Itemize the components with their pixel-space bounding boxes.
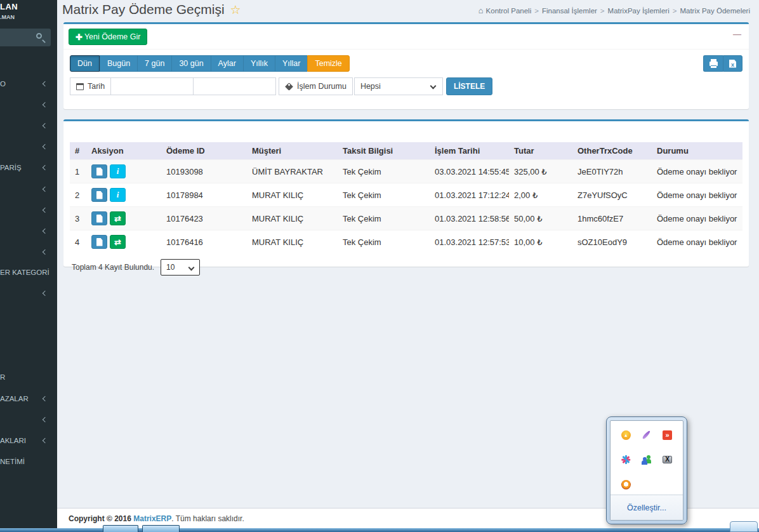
orange-update-tray-icon[interactable]: ▲	[621, 430, 631, 440]
show-hidden-icons-button[interactable]	[730, 521, 758, 532]
info-action-button[interactable]: i	[110, 188, 126, 202]
actions-cell: ⇄	[86, 207, 161, 230]
cell-tutar: 325,00 ₺	[509, 160, 572, 183]
orange-ring-tray-icon[interactable]	[621, 479, 631, 489]
column-header: Aksiyon	[86, 142, 161, 160]
monitor-error-tray-icon[interactable]: X	[663, 455, 673, 465]
chevron-left-icon	[43, 229, 48, 234]
sidebar-menu-item[interactable]	[0, 140, 57, 154]
footer-brand-link[interactable]: MatrixERP	[133, 514, 171, 523]
red-send-tray-icon[interactable]: »	[663, 430, 673, 440]
sidebar-menu-item[interactable]	[0, 224, 57, 238]
chevron-left-icon	[43, 187, 48, 192]
plus-icon: ✚	[76, 32, 82, 42]
column-header: Ödeme ID	[161, 142, 247, 160]
sidebar-menu-item[interactable]	[0, 98, 57, 112]
sidebar-item-label: PARİŞ	[0, 164, 43, 171]
document-action-button[interactable]	[91, 188, 107, 202]
actions-cell: ⇄	[86, 230, 161, 254]
collapse-panel-button[interactable]: —	[733, 29, 741, 39]
document-action-button[interactable]	[91, 164, 107, 178]
chevron-left-icon	[43, 417, 48, 422]
breadcrumb-separator: >	[534, 7, 539, 15]
print-button[interactable]	[703, 55, 723, 72]
cell-tarih: 01.03.2021 12:58:56	[430, 207, 509, 230]
sidebar-menu-item[interactable]	[0, 203, 57, 217]
range-button-5[interactable]: Aylar	[211, 55, 243, 72]
sidebar-search-input[interactable]	[0, 29, 51, 46]
breadcrumb-item[interactable]: MatrixPay İşlemleri	[608, 7, 670, 15]
status-select[interactable]: Hepsi	[354, 77, 443, 95]
record-count-text: Toplam 4 Kayıt Bulundu.	[72, 263, 154, 272]
sidebar-menu-item[interactable]: ER KATEGORİ	[0, 265, 57, 279]
actions-cell: i	[86, 160, 161, 183]
people-messenger-tray-icon[interactable]	[642, 455, 652, 465]
table-row: 4⇄10176416MURAT KILIÇTek Çekim01.03.2021…	[70, 230, 742, 254]
breadcrumb-item[interactable]: Matrix Pay Ödemeleri	[680, 7, 750, 15]
cell-odeme_id: 10193098	[161, 160, 247, 183]
tray-icon-grid: ▲»X	[610, 421, 683, 495]
printer-icon	[710, 62, 718, 66]
date-to-input[interactable]	[193, 77, 276, 95]
excel-export-button[interactable]: x	[723, 55, 742, 72]
range-button-1[interactable]: Dün	[70, 55, 100, 72]
chevron-left-icon	[43, 123, 48, 128]
sidebar-menu-item[interactable]: NETİMİ	[0, 455, 57, 469]
calendar-icon	[76, 83, 84, 90]
sidebar-menu-item[interactable]	[0, 119, 57, 133]
range-button-7[interactable]: Yıllar	[275, 55, 307, 72]
range-button-4[interactable]: 30 gün	[171, 55, 210, 72]
cell-musteri: ÜMİT BAYRAKTAR	[247, 160, 338, 183]
cell-odeme_id: 10176416	[161, 230, 247, 254]
range-button-2[interactable]: Bugün	[100, 55, 137, 72]
sidebar-menu-item[interactable]: AZALAR	[0, 392, 57, 406]
sidebar-menu-item[interactable]: R	[0, 370, 57, 384]
sidebar-menu-item[interactable]: AKLARI	[0, 434, 57, 448]
page-size-select[interactable]: 10	[161, 259, 200, 276]
date-range-button-group: DünBugün7 gün30 günAylarYıllıkYıllarTemi…	[70, 55, 742, 72]
pink-snowflake-tray-icon[interactable]	[621, 455, 631, 465]
new-payment-button[interactable]: ✚Yeni Ödeme Gir	[69, 29, 147, 45]
favorite-star-icon[interactable]: ☆	[230, 3, 241, 17]
cell-tarih: 01.03.2021 12:57:53	[430, 230, 509, 254]
status-label-text: İşlem Durumu	[297, 82, 346, 91]
sidebar-menu-item[interactable]	[0, 245, 57, 259]
taskbar-button[interactable]	[142, 525, 180, 532]
exchange-action-button[interactable]: ⇄	[110, 235, 126, 249]
exchange-action-button[interactable]: ⇄	[110, 211, 126, 225]
document-action-button[interactable]	[91, 211, 107, 225]
sidebar-item-label: AZALAR	[0, 395, 43, 402]
chevron-down-icon	[430, 83, 436, 90]
cell-musteri: MURAT KILIÇ	[247, 207, 338, 230]
range-button-6[interactable]: Yıllık	[243, 55, 275, 72]
range-button-3[interactable]: 7 gün	[137, 55, 171, 72]
sidebar: LAN .MAN OPARİŞER KATEGORİRAZALARAKLARIN…	[0, 0, 57, 532]
document-icon	[96, 238, 103, 246]
sidebar-menu-item[interactable]: O	[0, 77, 57, 91]
customize-link[interactable]: Özelleştir...	[627, 503, 666, 512]
purple-feather-tray-icon[interactable]	[642, 430, 652, 440]
breadcrumb-item[interactable]: Kontrol Paneli	[486, 7, 532, 15]
column-header: Taksit Bilgisi	[338, 142, 430, 160]
date-from-input[interactable]	[110, 77, 194, 95]
page-title: Matrix Pay Ödeme Geçmişi☆	[62, 2, 241, 17]
status-filter-label: İşlem Durumu	[279, 77, 353, 95]
sidebar-menu-item[interactable]	[0, 286, 57, 300]
sidebar-menu-item[interactable]	[0, 182, 57, 196]
document-action-button[interactable]	[91, 235, 107, 249]
breadcrumb-item[interactable]: Finansal İşlemler	[542, 7, 597, 15]
column-header: Tutar	[509, 142, 572, 160]
chevron-left-icon	[43, 291, 48, 296]
taskbar-button[interactable]	[103, 525, 138, 532]
sidebar-menu-item[interactable]	[0, 413, 57, 427]
sidebar-menu-item[interactable]: PARİŞ	[0, 161, 57, 175]
clear-filter-button[interactable]: Temizle	[307, 55, 349, 72]
search-icon[interactable]	[36, 33, 42, 39]
export-tools: x	[703, 55, 742, 72]
actions-cell: i	[86, 183, 161, 207]
list-button[interactable]: LİSTELE	[446, 77, 492, 95]
tray-overflow-popup: ▲»X Özelleştir...	[606, 416, 687, 524]
cell-code: Z7eYUfSOyC	[572, 183, 652, 207]
cell-durum: Ödeme onayı bekliyor	[652, 207, 742, 230]
info-action-button[interactable]: i	[110, 164, 126, 178]
